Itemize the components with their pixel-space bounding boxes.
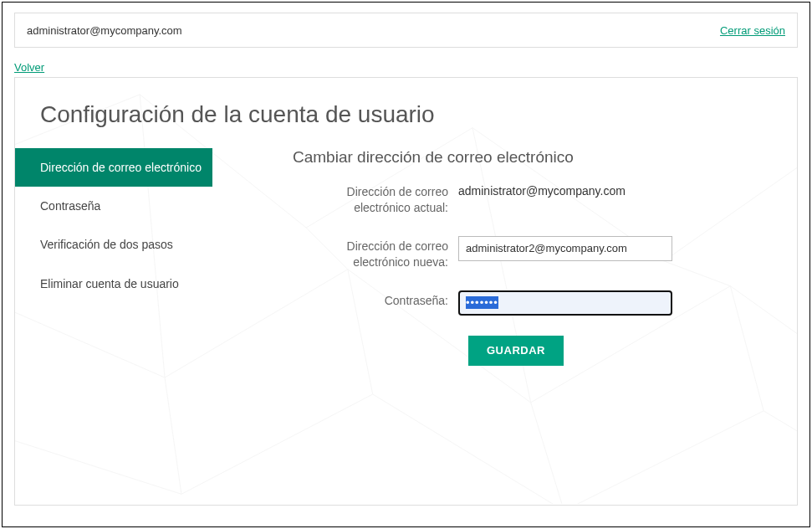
sidebar-item-label: Contraseña	[40, 199, 100, 213]
row-password: Contraseña:	[293, 290, 780, 316]
sidebar-item-label: Verificación de dos pasos	[40, 238, 173, 251]
row-new-email: Dirección de correo electrónico nueva:	[293, 236, 780, 270]
row-current-email: Dirección de correo electrónico actual: …	[293, 182, 780, 216]
sidebar-item-password[interactable]: Contraseña	[15, 187, 212, 225]
sidebar-item-label: Dirección de correo electrónico	[40, 161, 202, 174]
sidebar-item-label: Eliminar cuenta de usuario	[40, 277, 179, 290]
main-panel: Cambiar dirección de correo electrónico …	[212, 148, 797, 366]
sidebar: Dirección de correo electrónico Contrase…	[15, 148, 212, 366]
password-input[interactable]	[458, 290, 672, 316]
label-current-email: Dirección de correo electrónico actual:	[293, 182, 458, 216]
current-user-email: administrator@mycompany.com	[27, 24, 182, 37]
back-link[interactable]: Volver	[14, 61, 44, 74]
header-bar: administrator@mycompany.com Cerrar sesió…	[14, 13, 798, 48]
page-title: Configuración de la cuenta de usuario	[15, 78, 797, 148]
sidebar-item-email[interactable]: Dirección de correo electrónico	[15, 148, 212, 187]
section-title: Cambiar dirección de correo electrónico	[293, 148, 780, 167]
new-email-input[interactable]	[458, 236, 672, 261]
content-box: Configuración de la cuenta de usuario Di…	[14, 77, 798, 506]
label-new-email: Dirección de correo electrónico nueva:	[293, 236, 458, 270]
logout-link[interactable]: Cerrar sesión	[720, 24, 785, 37]
sidebar-item-2fa[interactable]: Verificación de dos pasos	[15, 225, 212, 264]
sidebar-item-delete-account[interactable]: Eliminar cuenta de usuario	[15, 264, 212, 303]
label-password: Contraseña:	[293, 290, 458, 309]
save-button[interactable]: GUARDAR	[468, 336, 564, 366]
value-current-email: administrator@mycompany.com	[458, 182, 780, 198]
